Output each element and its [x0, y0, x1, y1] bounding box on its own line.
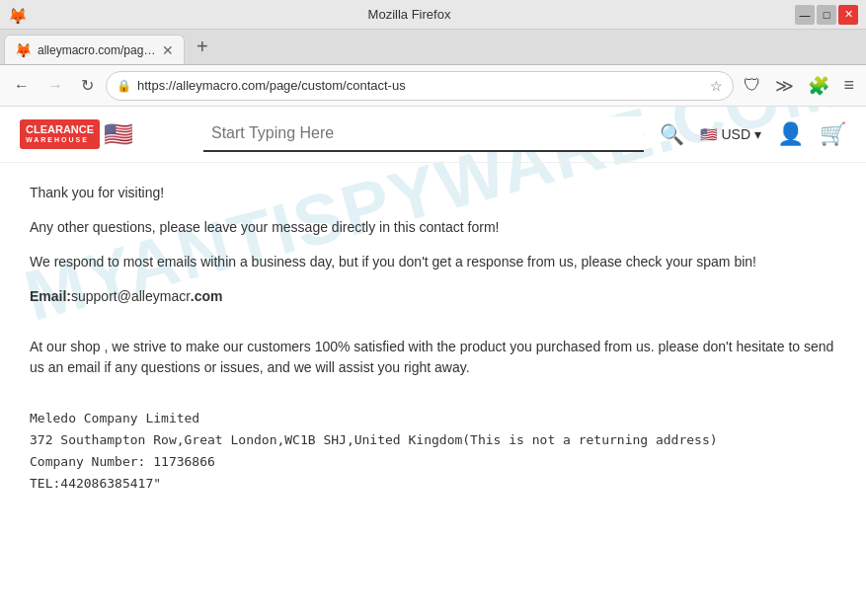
- tab-label: alleymacro.com/page/cu...: [38, 43, 156, 57]
- email-address: support@alleymacr: [71, 288, 191, 304]
- forward-button[interactable]: →: [41, 73, 69, 99]
- addressbar: ← → ↻ 🔒 https://alleymacro.com/page/cust…: [0, 65, 866, 107]
- address-box[interactable]: 🔒 https://alleymacro.com/page/custom/con…: [106, 71, 734, 101]
- logo-flag: 🇺🇸: [104, 120, 133, 148]
- extensions-button[interactable]: ≫: [771, 71, 798, 101]
- search-button[interactable]: 🔍: [660, 122, 684, 146]
- company-info: Meledo Company Limited 372 Southampton R…: [30, 408, 836, 495]
- titlebar: 🦊 Mozilla Firefox — □ ✕: [0, 0, 866, 30]
- para2: Any other questions, please leave your m…: [30, 217, 836, 238]
- divider: [30, 321, 836, 337]
- maximize-button[interactable]: □: [817, 5, 836, 25]
- bookmark-icon[interactable]: ☆: [710, 78, 723, 94]
- active-tab[interactable]: 🦊 alleymacro.com/page/cu... ✕: [4, 35, 185, 64]
- logo-area: CLEARANCE WAREHOUSE 🇺🇸: [20, 119, 188, 149]
- company-line-1: Meledo Company Limited: [30, 408, 836, 429]
- company-line-4: TEL:442086385417": [30, 473, 836, 495]
- main-content: Thank you for visiting! Any other questi…: [0, 163, 866, 514]
- window-controls: — □ ✕: [795, 5, 858, 25]
- shield-button[interactable]: 🛡: [740, 71, 765, 100]
- currency-chevron: ▾: [754, 126, 761, 142]
- email-line: Email:support@alleymacr.com: [30, 286, 836, 307]
- email-label: Email:: [30, 288, 71, 304]
- reload-button[interactable]: ↻: [75, 72, 100, 99]
- firefox-icon: 🦊: [8, 7, 24, 23]
- lock-icon: 🔒: [117, 79, 131, 93]
- para1: Thank you for visiting!: [30, 183, 836, 203]
- new-tab-button[interactable]: +: [189, 36, 216, 58]
- currency-label: USD: [721, 126, 750, 142]
- addons-button[interactable]: 🧩: [804, 71, 833, 101]
- para3: We respond to most emails within a busin…: [30, 252, 836, 272]
- logo-box: CLEARANCE WAREHOUSE: [20, 119, 100, 149]
- email-suffix: .com: [191, 288, 223, 304]
- minimize-button[interactable]: —: [795, 5, 815, 25]
- address-icons: ☆: [710, 78, 723, 94]
- account-button[interactable]: 👤: [777, 121, 804, 147]
- currency-flag: 🇺🇸: [700, 126, 717, 142]
- tabbar: 🦊 alleymacro.com/page/cu... ✕ +: [0, 30, 866, 65]
- page-content: MYANTISPYWARE.COM CLEARANCE WAREHOUSE 🇺🇸…: [0, 107, 866, 616]
- company-line-3: Company Number: 11736866: [30, 451, 836, 473]
- back-button[interactable]: ←: [8, 73, 36, 99]
- close-button[interactable]: ✕: [838, 5, 858, 25]
- menu-button[interactable]: ≡: [839, 71, 858, 100]
- url-text: https://alleymacro.com/page/custom/conta…: [137, 78, 704, 93]
- tab-close-button[interactable]: ✕: [162, 42, 174, 58]
- divider2: [30, 392, 836, 408]
- cart-button[interactable]: 🛒: [820, 121, 846, 147]
- site-header: CLEARANCE WAREHOUSE 🇺🇸 🔍 🇺🇸 USD ▾ 👤 🛒: [0, 107, 866, 163]
- search-input[interactable]: [203, 116, 644, 152]
- currency-button[interactable]: 🇺🇸 USD ▾: [700, 126, 761, 142]
- company-line-2: 372 Southampton Row,Great London,WC1B SH…: [30, 429, 836, 451]
- para4: At our shop , we strive to make our cust…: [30, 337, 836, 378]
- window-title: Mozilla Firefox: [24, 7, 795, 22]
- titlebar-left: 🦊: [8, 7, 24, 23]
- tab-favicon: 🦊: [15, 42, 32, 58]
